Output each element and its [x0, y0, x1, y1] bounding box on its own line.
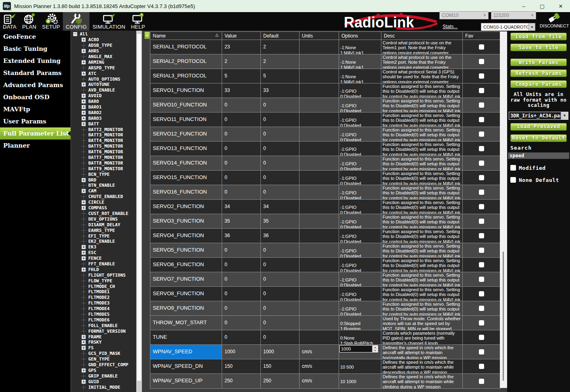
preset-file-select[interactable]: 3DR_Iris+_AC34.param ▼ — [509, 112, 568, 120]
tree-item[interactable]: FLIGHT_OPTIONS — [71, 272, 136, 278]
table-row[interactable]: SERVO2_FUNCTION 34 34 -1:GPIO 0:Disabled… — [150, 200, 500, 214]
param-value-cell[interactable]: 34 — [222, 200, 261, 214]
tree-item[interactable]: FOLL_ENABLE — [71, 323, 136, 328]
param-name-cell[interactable]: SERIAL3_PROTOCOL — [150, 69, 222, 83]
fav-checkbox[interactable] — [479, 73, 484, 79]
nav-simulation[interactable]: SIMULATION — [89, 12, 128, 31]
column-header-fav[interactable]: Fav — [463, 32, 500, 40]
tree-toggle[interactable] — [81, 250, 86, 255]
table-row[interactable]: SERVO3_FUNCTION 35 35 -1:GPIO 0:Disabled… — [150, 214, 500, 229]
tree-toggle[interactable] — [81, 105, 86, 109]
load-from-file-button[interactable]: Load from file — [510, 33, 567, 40]
param-value-cell[interactable]: 0 — [222, 272, 261, 286]
param-name-cell[interactable]: SERVO3_FUNCTION — [150, 214, 222, 228]
write-params-button[interactable]: Write Params — [510, 58, 567, 66]
param-value-cell[interactable]: 33 — [222, 83, 261, 98]
table-row[interactable]: SERVO11_FUNCTION 0 0 -1:GPIO 0:Disabled … — [150, 113, 500, 127]
param-value-cell[interactable]: 23 — [222, 40, 261, 54]
param-value-cell[interactable]: 0 — [222, 301, 261, 315]
fav-checkbox[interactable] — [479, 219, 484, 224]
param-value-cell[interactable]: 0 — [222, 127, 261, 141]
param-value-cell[interactable]: 0 — [222, 185, 261, 199]
tree-item[interactable]: GUID — [71, 379, 136, 384]
tree-toggle[interactable] — [81, 71, 86, 76]
param-name-cell[interactable]: SERVO1_FUNCTION — [150, 83, 222, 98]
tree-item[interactable]: BATT3_MONITOR — [71, 132, 136, 138]
fav-checkbox[interactable] — [479, 364, 484, 369]
param-name-cell[interactable]: SERVO14_FUNCTION — [150, 156, 222, 170]
tree-item[interactable]: AUTO_OPTIONS — [71, 76, 136, 82]
tree-item[interactable]: BARO2 — [71, 110, 136, 115]
tree-item[interactable]: ATC — [71, 71, 136, 76]
param-name-cell[interactable]: SERVO9_FUNCTION — [150, 301, 222, 315]
tree-toggle[interactable] — [81, 340, 86, 344]
reset-to-default-button[interactable]: Reset to Default — [510, 134, 567, 142]
table-row[interactable]: SERVO15_FUNCTION 0 0 -1:GPIO 0:Disabled … — [150, 171, 500, 185]
table-row[interactable]: SERVO14_FUNCTION 0 0 -1:GPIO 0:Disabled … — [150, 156, 500, 171]
fav-checkbox[interactable] — [479, 379, 484, 384]
tree-toggle[interactable] — [81, 346, 86, 350]
column-header-desc[interactable]: Desc — [381, 32, 463, 40]
param-name-cell[interactable]: SERIAL2_PROTOCOL — [150, 54, 222, 69]
table-row[interactable]: THROW_MOT_START 0 0 0:Stopped 1:Running … — [150, 316, 500, 330]
tree-item[interactable]: ANGLE_MAX — [71, 54, 136, 60]
fav-checkbox[interactable] — [479, 59, 484, 64]
fav-checkbox[interactable] — [479, 262, 484, 267]
nav-data[interactable]: DATA — [0, 12, 19, 31]
table-row[interactable]: WPNAV_SPEED_UP 250 250 cm/s 10 1000 ▲ ▼ … — [150, 374, 500, 388]
param-name-cell[interactable]: WPNAV_SPEED_DN — [150, 359, 222, 373]
stats-link[interactable]: Stats... — [443, 24, 458, 29]
tree-item[interactable]: CAM — [71, 188, 136, 194]
tree-toggle[interactable] — [81, 178, 86, 182]
tree-toggle[interactable] — [73, 32, 77, 36]
table-row[interactable]: SERVO5_FUNCTION 0 0 -1:GPIO 0:Disabled 1… — [150, 243, 500, 258]
tree-item[interactable]: BARO1 — [71, 104, 136, 110]
tree-item[interactable]: DISARM_DELAY — [71, 222, 136, 227]
fav-checkbox[interactable] — [479, 102, 484, 108]
baud-rate-select[interactable]: 115200 ▼ — [491, 11, 536, 19]
value-spinner[interactable]: 1000 ▲ ▼ — [339, 345, 378, 352]
param-name-cell[interactable]: SERVO12_FUNCTION — [150, 127, 222, 141]
tree-item[interactable]: AUTOTUNE — [71, 82, 136, 88]
none-default-filter[interactable]: None Default — [510, 177, 570, 183]
column-header-options[interactable]: Options — [339, 32, 381, 40]
disconnect-button[interactable]: DISCONNECT — [539, 13, 570, 30]
tree-item[interactable]: CIRCLE — [71, 200, 136, 205]
tree-item[interactable]: FLTMODE4 — [71, 306, 136, 312]
tree-toggle[interactable] — [81, 245, 86, 249]
param-value-cell[interactable]: 0 — [222, 98, 261, 112]
tree-toggle[interactable] — [81, 368, 86, 373]
table-row[interactable]: SERIAL2_PROTOCOL 2 2 -1:None 1:MAVLink1 … — [150, 54, 500, 69]
sidebar-item-onboard-osd[interactable]: Onboard OSD — [0, 91, 71, 103]
tree-toggle[interactable] — [81, 111, 86, 115]
table-row[interactable]: SERVO4_FUNCTION 36 36 -1:GPIO 0:Disabled… — [150, 229, 500, 243]
fav-checkbox[interactable] — [479, 146, 484, 151]
table-row[interactable]: SERVO8_FUNCTION 0 0 -1:GPIO 0:Disabled 1… — [150, 287, 500, 301]
spinner-up-button[interactable]: ▲ — [372, 346, 378, 349]
tree-toggle[interactable] — [81, 379, 86, 384]
tree-toggle[interactable] — [81, 99, 86, 104]
table-row[interactable]: SERVO13_FUNCTION 0 0 -1:GPIO 0:Disabled … — [150, 142, 500, 156]
param-value-cell[interactable]: 0 — [222, 330, 261, 344]
tree-item[interactable]: BATT9_MONITOR — [71, 166, 136, 171]
param-value-cell[interactable]: 2 — [222, 54, 261, 69]
tree-item[interactable]: ADSB_TYPE — [71, 43, 136, 48]
tree-toggle[interactable] — [81, 267, 86, 272]
table-row[interactable]: SERVO10_FUNCTION 0 0 -1:GPIO 0:Disabled … — [150, 98, 500, 113]
tree-item[interactable]: AVD_ENABLE — [71, 88, 136, 93]
tree-item[interactable]: CHUTE_ENABLED — [71, 194, 136, 200]
fav-checkbox[interactable] — [479, 320, 484, 325]
sidebar-item-standard-params[interactable]: Standard Params — [0, 67, 71, 79]
tree-toggle[interactable] — [81, 200, 86, 204]
tree-item[interactable]: EK3 — [71, 244, 136, 250]
tree-item[interactable]: BARO — [71, 99, 136, 104]
tree-item[interactable]: ESC — [71, 250, 136, 256]
tree-toggle[interactable] — [81, 116, 86, 121]
tree-item[interactable]: GCS_PID_MASK — [71, 351, 136, 357]
tree-item[interactable]: ARMING — [71, 59, 136, 65]
close-button[interactable]: ✕ — [551, 0, 570, 12]
tree-item[interactable]: BRD — [71, 177, 136, 183]
fav-checkbox[interactable] — [479, 161, 484, 166]
tree-item[interactable]: FRAME — [71, 334, 136, 340]
tree-item[interactable]: ACRO — [71, 37, 136, 43]
